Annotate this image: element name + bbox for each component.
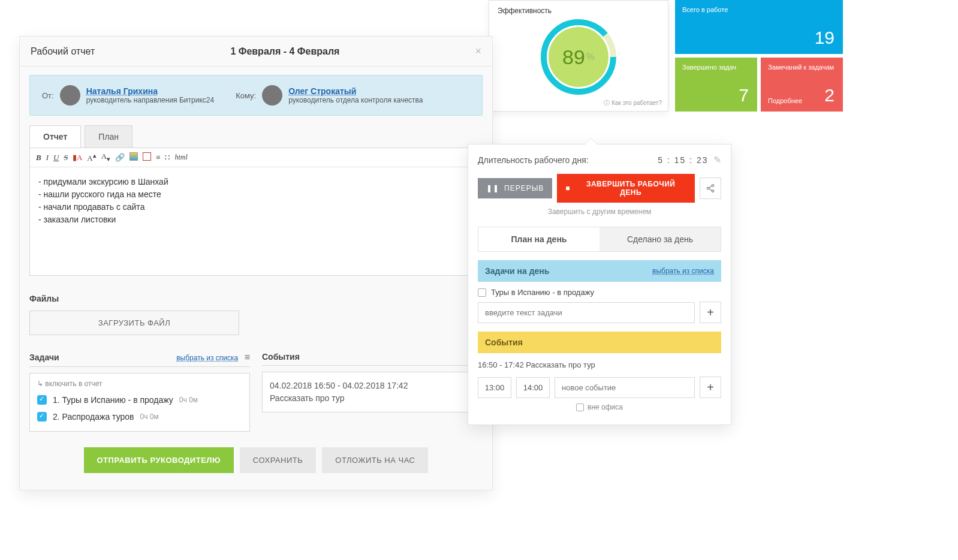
- from-position: руководитель направления Битрикс24: [86, 96, 214, 104]
- report-dialog: Рабочий отчет 1 Февраля - 4 Февраля × От…: [19, 36, 493, 490]
- event-time: 04.02.2018 16:50 - 04.02.2018 17:42: [270, 380, 475, 392]
- select-from-list-link[interactable]: выбрать из списка: [652, 267, 714, 275]
- task-time: 0ч 0м: [179, 396, 198, 404]
- font-size-dec-icon[interactable]: A▾: [101, 152, 110, 163]
- workday-panel: Длительность рабочего дня: 5 : 15 : 23 ✎…: [468, 144, 731, 425]
- pause-icon: ❚❚: [486, 184, 499, 192]
- event-box: 04.02.2018 16:50 - 04.02.2018 17:42 Расс…: [262, 372, 483, 413]
- day-tasks-heading: Задачи на день: [485, 266, 549, 276]
- add-task-button[interactable]: +: [700, 302, 721, 323]
- ol-icon[interactable]: ≡: [156, 153, 160, 162]
- italic-icon[interactable]: I: [46, 153, 49, 162]
- tasks-heading: Задачи: [29, 353, 59, 362]
- strike-icon[interactable]: S: [64, 153, 68, 162]
- share-icon[interactable]: [700, 177, 721, 199]
- save-button[interactable]: СОХРАНИТЬ: [240, 447, 316, 473]
- gauge-percent: %: [586, 52, 595, 62]
- avatar: [262, 85, 282, 106]
- send-to-manager-button[interactable]: ОТПРАВИТЬ РУКОВОДИТЕЛЮ: [84, 447, 234, 473]
- tile-remarks[interactable]: Замечаний к задачам Подробнее 2: [761, 58, 843, 112]
- link-icon[interactable]: 🔗: [115, 153, 125, 162]
- tab-day-plan[interactable]: План на день: [478, 227, 599, 251]
- to-position: руководитель отдела контроля качества: [288, 96, 423, 104]
- tile-label: Завершено задач: [682, 64, 750, 71]
- tile-value: 2: [824, 85, 835, 106]
- to-name[interactable]: Олег Строкатый: [288, 86, 423, 96]
- task-row[interactable]: 1. Туры в Испанию - в продажу 0ч 0м: [37, 392, 242, 408]
- html-icon[interactable]: html: [174, 153, 187, 162]
- font-color-icon[interactable]: ▮A: [73, 153, 82, 162]
- event-time-from-input[interactable]: [478, 377, 511, 398]
- out-of-office-label: вне офиса: [588, 403, 623, 411]
- task-time: 0ч 0м: [140, 413, 159, 421]
- task-label: Туры в Испанию - в продажу: [491, 288, 594, 297]
- out-of-office-checkbox[interactable]: [576, 404, 584, 411]
- editor-textarea[interactable]: - придумали экскурсию в Шанхай - нашли р…: [30, 167, 482, 275]
- bold-icon[interactable]: B: [36, 153, 41, 162]
- to-label: Кому:: [236, 91, 256, 100]
- editor-toolbar: B I U S ▮A A▴ A▾ 🔗 ≡ ∷ html: [30, 148, 482, 167]
- effectiveness-widget: Эффективность 89 % Как это работает?: [489, 0, 668, 112]
- image-icon[interactable]: [129, 152, 138, 163]
- tab-plan[interactable]: План: [85, 125, 132, 147]
- task-checkbox[interactable]: [37, 395, 47, 405]
- end-other-time-link[interactable]: Завершить с другим временем: [478, 207, 721, 216]
- event-title: Рассказать про тур: [270, 392, 475, 405]
- task-checkbox[interactable]: [37, 412, 47, 421]
- duration-label: Длительность рабочего дня:: [478, 155, 589, 165]
- tab-day-done[interactable]: Сделано за день: [599, 227, 721, 251]
- from-label: От:: [42, 91, 54, 100]
- tile-done[interactable]: Завершено задач 7: [675, 58, 757, 112]
- pencil-icon[interactable]: ✎: [713, 155, 721, 165]
- tile-value: 7: [739, 85, 749, 106]
- gauge-value: 89: [562, 46, 585, 69]
- underline-icon[interactable]: U: [53, 153, 59, 162]
- tile-label: Всего в работе: [682, 6, 836, 13]
- tile-value: 19: [815, 28, 835, 48]
- dialog-period: 1 Февраля - 4 Февраля: [230, 46, 339, 57]
- font-size-inc-icon[interactable]: A▴: [87, 152, 96, 163]
- list-icon[interactable]: ≡: [245, 352, 250, 362]
- table-icon[interactable]: [143, 152, 151, 163]
- event-line: 16:50 - 17:42 Рассказать про тур: [478, 353, 721, 377]
- tab-report[interactable]: Отчет: [29, 125, 81, 147]
- files-heading: Файлы: [29, 294, 483, 303]
- pause-button[interactable]: ❚❚ ПЕРЕРЫВ: [478, 178, 552, 198]
- close-icon[interactable]: ×: [475, 45, 481, 58]
- stop-icon: ■: [565, 184, 570, 192]
- task-label: 1. Туры в Испанию - в продажу: [53, 395, 173, 405]
- new-task-input[interactable]: [478, 302, 695, 323]
- new-event-input[interactable]: [555, 377, 695, 398]
- day-events-heading: События: [485, 338, 523, 347]
- pause-label: ПЕРЕРЫВ: [504, 184, 544, 192]
- duration-value: 5 : 15 : 23: [658, 155, 708, 165]
- from-name[interactable]: Наталья Грихина: [86, 86, 214, 96]
- stop-label: ЗАВЕРШИТЬ РАБОЧИЙ ДЕНЬ: [575, 180, 686, 197]
- to-block: Кому: Олег Строкатый руководитель отдела…: [236, 85, 423, 106]
- tile-label: Замечаний к задачам: [768, 64, 836, 71]
- task-row[interactable]: 2. Распродажа туров 0ч 0м: [37, 408, 242, 425]
- stat-tiles: Всего в работе 19 Завершено задач 7 Заме…: [675, 0, 843, 112]
- how-it-works-link[interactable]: Как это работает?: [604, 99, 662, 107]
- out-of-office-option[interactable]: вне офиса: [478, 403, 721, 411]
- gauge: 89 %: [540, 19, 617, 95]
- upload-button[interactable]: ЗАГРУЗИТЬ ФАЙЛ: [29, 311, 239, 335]
- tile-in-work[interactable]: Всего в работе 19: [675, 0, 843, 54]
- events-heading: События: [262, 352, 300, 362]
- tile-more-link[interactable]: Подробнее: [768, 97, 802, 104]
- task-checkbox[interactable]: [478, 288, 486, 297]
- ul-icon[interactable]: ∷: [165, 153, 170, 162]
- end-workday-button[interactable]: ■ ЗАВЕРШИТЬ РАБОЧИЙ ДЕНЬ: [557, 174, 695, 203]
- avatar: [60, 85, 80, 106]
- add-event-button[interactable]: +: [700, 377, 721, 398]
- include-in-report-label: включить в отчет: [37, 380, 242, 388]
- select-from-list-link[interactable]: выбрать из списка: [176, 354, 238, 362]
- task-label: 2. Распродажа туров: [53, 412, 134, 421]
- dialog-title: Рабочий отчет: [31, 46, 95, 57]
- from-block: От: Наталья Грихина руководитель направл…: [42, 85, 214, 106]
- widget-title: Эффективность: [498, 7, 659, 15]
- postpone-button[interactable]: ОТЛОЖИТЬ НА ЧАС: [322, 447, 428, 473]
- event-time-to-input[interactable]: [516, 377, 550, 398]
